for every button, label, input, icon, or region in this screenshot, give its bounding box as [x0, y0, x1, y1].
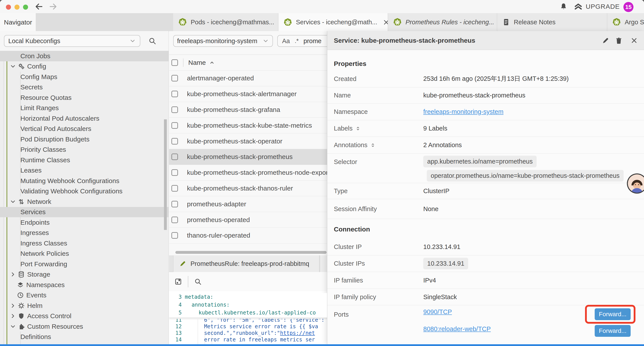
sidebar-item-mutating-webhook-configurations[interactable]: Mutating Webhook Configurations — [0, 176, 169, 186]
resource-search-input[interactable]: Aa .* prome — [277, 35, 327, 47]
sidebar-item-ingresses[interactable]: Ingresses — [0, 228, 169, 238]
sidebar-item-events[interactable]: Events — [0, 290, 169, 301]
row-checkbox[interactable] — [172, 75, 178, 81]
k8s-icon — [612, 17, 621, 27]
sidebar-item-priority-classes[interactable]: Priority Classes — [0, 145, 169, 155]
code-link[interactable]: https://net — [280, 330, 315, 336]
match-case-toggle[interactable]: Aa — [282, 37, 290, 45]
sidebar-item-resource-quotas[interactable]: Resource Quotas — [0, 92, 169, 103]
app-tab[interactable]: Argo Se — [607, 13, 644, 31]
database-icon — [18, 271, 25, 278]
window-close-button[interactable] — [6, 4, 11, 10]
row-checkbox[interactable] — [172, 138, 178, 145]
port-link-8080[interactable]: 8080:reloader-web/TCP — [423, 326, 491, 333]
sidebar-item-network[interactable]: Network — [0, 196, 169, 207]
row-checkbox[interactable] — [172, 232, 178, 239]
sidebar-item-vertical-pod-autoscalers[interactable]: Vertical Pod Autoscalers — [0, 124, 169, 134]
table-row[interactable]: alertmanager-operated — [169, 70, 327, 86]
sidebar-item-port-forwarding[interactable]: Port Forwarding — [0, 259, 169, 269]
sidebar-item-services[interactable]: Services — [0, 207, 169, 217]
chevron-right-icon[interactable] — [10, 271, 16, 278]
window-minimize-button[interactable] — [14, 4, 20, 10]
table-row[interactable]: kube-prometheus-stack-prometheus-node-ex… — [169, 165, 327, 181]
close-icon[interactable] — [630, 36, 638, 44]
app-tab[interactable]: Services - icecheng@math... — [278, 13, 388, 31]
sidebar-item-limit-ranges[interactable]: Limit Ranges — [0, 103, 169, 113]
sidebar-item-custom-resources[interactable]: Custom Resources — [0, 321, 169, 332]
editor-tab-prometheusrule[interactable]: PrometheusRule: freeleaps-prod-rabbitmq — [173, 255, 319, 272]
notification-count-badge[interactable]: 15 — [624, 2, 634, 12]
sidebar-item-config-maps[interactable]: Config Maps — [0, 72, 169, 82]
regex-toggle[interactable]: .* — [294, 38, 298, 44]
app-tab[interactable]: Prometheus Rules - icecheng... — [388, 13, 497, 31]
row-checkbox[interactable] — [172, 201, 178, 207]
chevron-down-icon[interactable] — [10, 198, 16, 205]
sidebar-item-validating-webhook-configurations[interactable]: Validating Webhook Configurations — [0, 186, 169, 197]
tab-label: Pods - icecheng@mathmas... — [191, 19, 274, 26]
table-row[interactable]: kube-prometheus-stack-operator — [169, 133, 327, 149]
row-checkbox[interactable] — [172, 106, 178, 113]
name-column-header[interactable]: Name — [188, 59, 206, 66]
yaml-editor[interactable]: 3metadata:4annotations:5kubectl.kubernet… — [169, 291, 327, 344]
sidebar-item-storage[interactable]: Storage — [0, 269, 169, 280]
kubeconfig-select[interactable]: Local Kubeconfigs — [4, 35, 140, 47]
sidebar-item-runtime-classes[interactable]: Runtime Classes — [0, 155, 169, 165]
chevron-right-icon[interactable] — [10, 303, 16, 309]
namespace-select[interactable]: freeleaps-monitoring-system — [173, 35, 273, 47]
sidebar-item-namespaces[interactable]: Namespaces — [0, 280, 169, 290]
navigator-panel-tab[interactable]: Navigator — [0, 13, 36, 31]
save-icon[interactable] — [174, 278, 182, 286]
row-checkbox[interactable] — [172, 122, 178, 129]
port-link-9090[interactable]: 9090/TCP — [423, 308, 452, 316]
sidebar-item-horizontal-pod-autoscalers[interactable]: Horizontal Pod Autoscalers — [0, 113, 169, 124]
table-row[interactable]: prometheus-operated — [169, 212, 327, 228]
drawer-header: Service: kube-prometheus-stack-prometheu… — [327, 31, 644, 50]
table-row[interactable]: kube-prometheus-stack-thanos-ruler — [169, 181, 327, 196]
row-checkbox[interactable] — [172, 169, 178, 176]
back-arrow-icon[interactable] — [35, 2, 44, 11]
sidebar-item-definitions[interactable]: Definitions — [0, 332, 169, 342]
chevron-down-icon[interactable] — [10, 323, 16, 330]
sidebar-item-secrets[interactable]: Secrets — [0, 82, 169, 93]
table-row[interactable]: thanos-ruler-operated — [169, 228, 327, 244]
upgrade-button[interactable]: UPGRADE — [574, 2, 620, 11]
sidebar-item-access-control[interactable]: Access Control — [0, 311, 169, 322]
notifications-bell-icon[interactable] — [560, 2, 568, 11]
edit-pencil-icon[interactable] — [602, 36, 610, 44]
table-row[interactable]: kube-prometheus-stack-prometheus — [169, 149, 327, 165]
sidebar-item-leases[interactable]: Leases — [0, 165, 169, 176]
namespace-link[interactable]: freeleaps-monitoring-system — [423, 108, 504, 115]
sort-ascending-icon[interactable] — [209, 59, 215, 66]
editor-search-icon[interactable] — [194, 278, 202, 286]
horizontal-scrollbar[interactable] — [175, 251, 326, 254]
sidebar-search-icon[interactable] — [148, 37, 156, 45]
app-tab[interactable]: Pods - icecheng@mathmas... — [173, 13, 278, 31]
sidebar-item-helm[interactable]: Helm — [0, 301, 169, 311]
sidebar-item-config[interactable]: Config — [0, 61, 169, 72]
table-row[interactable]: prometheus-adapter — [169, 196, 327, 212]
sidebar-item-pod-disruption-budgets[interactable]: Pod Disruption Budgets — [0, 134, 169, 145]
expander-icon[interactable] — [370, 142, 376, 148]
row-checkbox[interactable] — [172, 153, 178, 160]
sidebar-item-network-policies[interactable]: Network Policies — [0, 249, 169, 259]
window-zoom-button[interactable] — [23, 4, 28, 10]
row-checkbox[interactable] — [172, 217, 178, 223]
table-row[interactable]: kube-prometheus-stack-grafana — [169, 102, 327, 118]
table-row[interactable]: kube-prometheus-stack-kube-state-metrics — [169, 118, 327, 133]
sidebar-scrollbar[interactable] — [164, 119, 167, 230]
row-checkbox[interactable] — [172, 185, 178, 192]
chevron-down-icon[interactable] — [10, 63, 16, 70]
table-row[interactable]: kube-prometheus-stack-alertmanager — [169, 86, 327, 102]
delete-trash-icon[interactable] — [615, 36, 623, 44]
app-tab[interactable]: Release Notes — [497, 13, 607, 31]
row-checkbox[interactable] — [172, 91, 178, 97]
forward-button-8080[interactable]: Forward... — [595, 325, 631, 337]
sidebar-item-ingress-classes[interactable]: Ingress Classes — [0, 238, 169, 249]
select-all-checkbox[interactable] — [172, 59, 178, 66]
expander-icon[interactable] — [355, 126, 361, 131]
close-icon[interactable] — [382, 19, 388, 26]
chevron-right-icon[interactable] — [10, 313, 16, 319]
sidebar-item-cron-jobs[interactable]: Cron Jobs — [0, 51, 169, 61]
sidebar-item-endpoints[interactable]: Endpoints — [0, 217, 169, 228]
editor-tab-partial[interactable] — [320, 255, 327, 272]
